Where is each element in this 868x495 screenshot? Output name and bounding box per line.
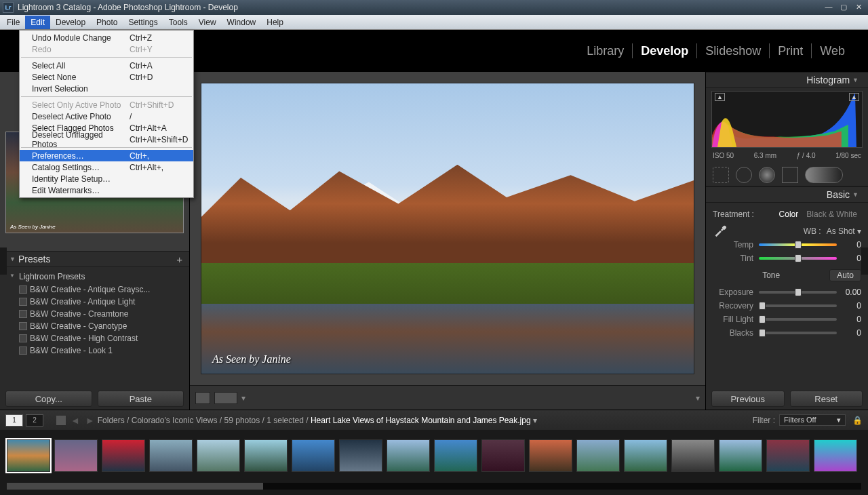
nav-forward-icon[interactable]: ► <box>83 415 98 426</box>
recovery-value[interactable]: 0 <box>837 301 861 311</box>
filter-select[interactable]: Filters Off▾ <box>779 414 846 426</box>
main-image[interactable]: As Seen by Janine <box>201 83 694 374</box>
graduated-filter-icon[interactable] <box>782 167 798 183</box>
maximize-button[interactable]: ▢ <box>837 3 850 12</box>
histogram-display[interactable]: ▲ ▲ <box>711 91 863 148</box>
menu-item-undo[interactable]: Undo Module ChangeCtrl+Z <box>20 32 193 43</box>
menu-item-catalog-settings[interactable]: Catalog Settings…Ctrl+Alt+, <box>20 161 193 173</box>
treatment-color[interactable]: Color <box>775 210 803 219</box>
filmstrip-thumb[interactable] <box>814 439 857 472</box>
add-preset-icon[interactable]: + <box>176 254 182 265</box>
breadcrumb[interactable]: Folders / Colorado's Iconic Views / 59 p… <box>98 416 537 425</box>
eyedropper-icon[interactable] <box>713 223 732 240</box>
recovery-slider[interactable] <box>759 304 837 307</box>
minimize-button[interactable]: — <box>822 3 835 12</box>
menu-item-identity-plate[interactable]: Identity Plate Setup… <box>20 173 193 184</box>
menu-item-select-all[interactable]: Select AllCtrl+A <box>20 60 193 71</box>
compare-view-icon[interactable] <box>214 392 237 404</box>
nav-back-icon[interactable]: ◄ <box>68 415 83 426</box>
menu-photo[interactable]: Photo <box>91 16 123 29</box>
preset-item[interactable]: B&W Creative - Antique Graysc... <box>0 283 189 296</box>
filmstrip-thumb[interactable] <box>766 439 810 472</box>
module-web[interactable]: Web <box>812 44 853 58</box>
menu-item-invert-selection[interactable]: Invert Selection <box>20 83 193 94</box>
module-slideshow[interactable]: Slideshow <box>697 44 769 58</box>
preset-item[interactable]: B&W Creative - Creamtone <box>0 308 189 320</box>
filmstrip-thumb[interactable] <box>387 439 430 472</box>
menu-tools[interactable]: Tools <box>163 16 193 29</box>
filmstrip-thumb[interactable] <box>434 439 477 472</box>
menu-view[interactable]: View <box>193 16 222 29</box>
previous-button[interactable]: Previous <box>711 391 785 407</box>
secondary-monitor-button[interactable]: 2 <box>26 414 43 427</box>
highlight-clip-icon[interactable]: ▲ <box>849 93 859 101</box>
menu-settings[interactable]: Settings <box>123 16 163 29</box>
filmstrip-thumb[interactable] <box>339 439 382 472</box>
filmstrip[interactable] <box>0 430 868 481</box>
menu-edit[interactable]: Edit <box>25 16 50 29</box>
blacks-value[interactable]: 0 <box>837 328 861 338</box>
menu-item-deselect-active[interactable]: Deselect Active Photo/ <box>20 111 193 122</box>
fill-slider[interactable] <box>759 318 837 321</box>
filmstrip-thumb[interactable] <box>102 439 145 472</box>
menu-item-deselect-unflagged[interactable]: Deselect Unflagged PhotosCtrl+Alt+Shift+… <box>20 134 193 145</box>
shadow-clip-icon[interactable]: ▲ <box>715 93 725 101</box>
grid-view-icon[interactable] <box>56 416 66 425</box>
histogram-header[interactable]: Histogram ▼ <box>706 72 868 88</box>
left-panel-grip[interactable] <box>0 248 7 275</box>
blacks-slider[interactable] <box>759 332 837 334</box>
filmstrip-thumb[interactable] <box>292 439 335 472</box>
filter-lock-icon[interactable]: 🔒 <box>852 416 863 425</box>
menu-develop[interactable]: Develop <box>50 16 91 29</box>
right-panel-grip[interactable] <box>861 248 868 275</box>
menu-window[interactable]: Window <box>222 16 262 29</box>
close-button[interactable]: ✕ <box>852 3 865 12</box>
temp-slider[interactable] <box>759 243 837 246</box>
wb-value[interactable]: As Shot ▾ <box>827 226 861 236</box>
filmstrip-thumb[interactable] <box>244 439 288 472</box>
basic-header[interactable]: Basic ▼ <box>706 186 868 203</box>
presets-header[interactable]: ▼ Presets + <box>0 251 189 267</box>
reset-button[interactable]: Reset <box>790 391 863 407</box>
filmstrip-thumb[interactable] <box>7 439 50 472</box>
module-library[interactable]: Library <box>578 44 632 58</box>
temp-value[interactable]: 0 <box>837 240 861 250</box>
treatment-bw[interactable]: Black & White <box>802 210 861 219</box>
preset-item[interactable]: B&W Creative - Look 1 <box>0 344 189 357</box>
adjustment-brush-icon[interactable] <box>805 167 843 183</box>
chevron-down-icon[interactable]: ▾ <box>696 393 700 403</box>
exposure-value[interactable]: 0.00 <box>837 288 861 297</box>
exposure-slider[interactable] <box>759 291 837 294</box>
menu-help[interactable]: Help <box>261 16 289 29</box>
filmstrip-thumb[interactable] <box>719 439 762 472</box>
module-develop[interactable]: Develop <box>633 44 696 58</box>
filmstrip-thumb[interactable] <box>671 439 715 472</box>
menu-item-edit-watermarks[interactable]: Edit Watermarks… <box>20 184 193 196</box>
fill-value[interactable]: 0 <box>837 315 861 324</box>
preset-item[interactable]: B&W Creative - Cyanotype <box>0 320 189 332</box>
menu-item-redo[interactable]: RedoCtrl+Y <box>20 43 193 55</box>
spot-removal-icon[interactable] <box>736 167 752 183</box>
filmstrip-thumb[interactable] <box>576 439 620 472</box>
auto-tone-button[interactable]: Auto <box>829 269 861 281</box>
filmstrip-scrollbar[interactable] <box>7 483 861 490</box>
loupe-view-icon[interactable] <box>195 392 210 404</box>
menu-item-select-only-active[interactable]: Select Only Active PhotoCtrl+Shift+D <box>20 99 193 111</box>
tint-slider[interactable] <box>759 257 837 260</box>
filmstrip-thumb[interactable] <box>624 439 667 472</box>
preset-item[interactable]: B&W Creative - High Contrast <box>0 332 189 344</box>
menu-item-select-none[interactable]: Select NoneCtrl+D <box>20 71 193 83</box>
filmstrip-thumb[interactable] <box>481 439 525 472</box>
preset-group[interactable]: Lightroom Presets <box>0 270 189 283</box>
copy-button[interactable]: Copy... <box>5 391 92 407</box>
menu-item-preferences[interactable]: Preferences…Ctrl+, <box>20 150 193 161</box>
redeye-tool-icon[interactable] <box>759 167 775 183</box>
chevron-down-icon[interactable]: ▾ <box>241 393 245 403</box>
crop-tool-icon[interactable] <box>713 167 729 183</box>
filmstrip-thumb[interactable] <box>197 439 240 472</box>
module-print[interactable]: Print <box>770 44 811 58</box>
primary-monitor-button[interactable]: 1 <box>5 414 23 427</box>
filmstrip-thumb[interactable] <box>149 439 193 472</box>
filmstrip-thumb[interactable] <box>54 439 98 472</box>
filmstrip-thumb[interactable] <box>529 439 572 472</box>
